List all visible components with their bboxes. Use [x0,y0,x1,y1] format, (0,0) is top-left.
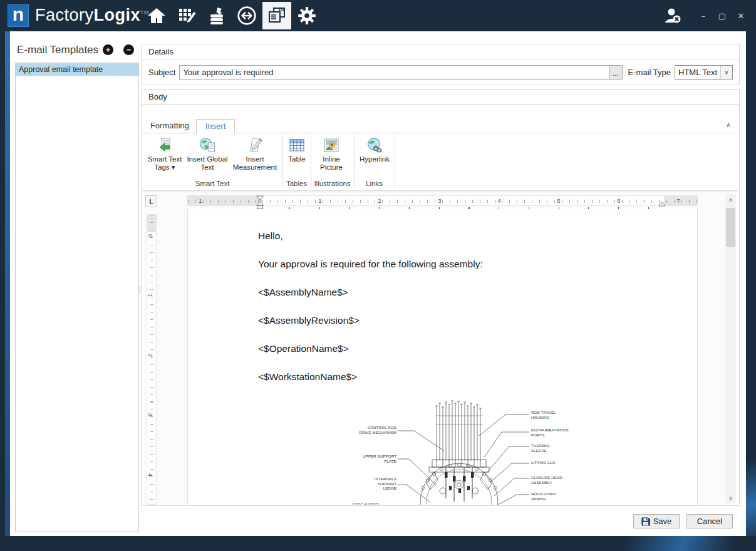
details-groupbox: Details Subject ... E-mail Type HTML Tex… [141,44,740,85]
list-item-approval-template[interactable]: Approval email template [16,63,138,76]
indent-markers[interactable] [256,195,264,210]
paragraph: <$WorkstationName$> [258,371,685,383]
diagram-label: INTERNALS SUPPORT LEDGE [343,477,396,492]
bottom-frame [0,536,756,551]
subject-input[interactable] [179,65,609,80]
ribbon-group-smart-text: Smart Text [142,180,282,187]
horizontal-ruler[interactable]: 1 0 1 2 3 4 5 6 7 [187,195,698,206]
close-button[interactable]: ✕ [735,11,747,21]
diagram-label: LIFTING LUG [531,461,566,466]
ribbon-group-tables: Tables [282,180,311,187]
ruler-number: 2 [147,354,154,357]
diagram-label: CONTROL ROD DRIVE MECHANISM [343,426,396,435]
scrollbar-thumb[interactable] [726,208,735,247]
ruler-number: 1 [147,294,154,297]
diagram-label: CLOSURE HEAD ASSEMBLY [531,476,566,485]
nav-production[interactable] [172,2,201,29]
main-content: E-mail Templates + − Approval email temp… [10,31,746,536]
paragraph: Your approval is required for the follow… [258,258,685,270]
table-icon [289,137,305,153]
rich-text-editor: L 1 0 1 2 3 4 5 6 7 [143,192,737,505]
titlebar: n FactoryLogixTM [0,0,756,31]
smart-text-tags-button[interactable]: Smart Text Tags ▾ [146,135,184,186]
table-button[interactable]: Table [285,135,309,186]
diagram-label: CORE BARREL [326,503,380,505]
ruler-number: 2 [378,197,381,204]
gear-icon [296,5,318,26]
ruler-number: 7 [676,197,680,204]
grid-pencil-icon [177,6,197,26]
insert-measurement-button[interactable]: Insert Measurement [230,135,280,186]
circle-arrows-icon [236,5,257,26]
right-indent-marker[interactable] [658,201,666,207]
main-nav [142,0,322,31]
cancel-label: Cancel [697,517,722,526]
sidebar-title: E-mail Templates [17,44,98,56]
app-logo: n [8,4,29,27]
cancel-button[interactable]: Cancel [686,514,733,528]
stacked-materials-icon [207,6,227,26]
add-template-button[interactable]: + [103,44,113,55]
body-header: Body [142,90,739,105]
insert-global-text-button[interactable]: Insert Global Text [187,135,228,186]
inline-picture-button[interactable]: Inline Picture [313,135,350,186]
logo-letter: n [13,6,24,23]
vertical-scrollbar[interactable]: ∧ ∨ [725,194,736,503]
maximize-button[interactable]: ▢ [716,11,728,21]
minimize-button[interactable]: – [697,11,710,21]
home-icon [147,6,167,26]
remove-template-button[interactable]: − [123,44,134,55]
document-page[interactable]: Hello, Your approval is required for the… [187,209,698,505]
ribbon-group-links: Links [354,180,395,187]
titlebar-right: – ▢ ✕ [662,0,747,31]
right-accent-strip [745,438,756,551]
templates-icon [267,6,287,26]
paragraph: <$OperationName$> [258,342,685,355]
ribbon-group-illustrations: Illustrations [311,180,354,187]
subject-browse-button[interactable]: ... [609,65,623,80]
ribbon-collapse-chevron[interactable]: ∧ [726,121,731,129]
ruler-number: 1 [199,197,202,204]
logout-user-button[interactable] [662,6,683,25]
reactor-diagram-image: CONTROL ROD DRIVE MECHANISM UPPER SUPPOR… [343,397,563,505]
scroll-up-arrow[interactable]: ∧ [725,194,736,205]
nav-home[interactable] [142,2,171,29]
ruler-number: 3 [147,413,154,416]
body-groupbox: Body Formatting Insert ∧ Smart Text Tags… [141,89,740,506]
inline-picture-icon [323,137,339,153]
template-list: Approval email template [15,63,139,532]
brand-name: FactoryLogixTM [35,6,149,25]
insert-measurement-icon [247,137,263,153]
diagram-label: INSTRUMENTATION PORTS [531,428,566,438]
document-body: Hello, Your approval is required for the… [188,209,697,383]
email-type-dropdown[interactable]: HTML Text ∨ [675,65,733,80]
ruler-number: 5 [557,197,560,204]
chevron-down-icon: ∨ [720,66,732,79]
diagram-label: THERMAL SLEEVE [531,444,566,453]
nav-npi[interactable] [232,2,261,29]
hyperlink-button[interactable]: Hyperlink [356,135,393,186]
tab-stop-selector[interactable]: L [145,195,157,207]
email-type-value: HTML Text [675,68,720,77]
floppy-disk-icon [641,517,650,526]
ruler-number: 6 [617,197,620,204]
diagram-label: HOLD-DOWN SPRING [531,492,566,502]
ruler-number: 1 [318,197,321,204]
tab-formatting[interactable]: Formatting [148,119,191,133]
left-accent-strip [5,31,10,536]
nav-materials[interactable] [202,2,231,29]
subject-label: Subject [148,68,175,77]
smart-text-tags-icon [157,137,173,153]
tab-insert[interactable]: Insert [196,119,235,134]
details-header: Details [142,44,739,59]
save-button[interactable]: Save [633,514,680,528]
ribbon: Smart Text Tags ▾ Insert Global Text [142,133,738,191]
vertical-ruler[interactable]: 0 1 2 3 4 [147,214,157,505]
nav-settings[interactable] [293,2,321,29]
nav-templates-selected[interactable] [262,2,291,29]
ruler-number: 3 [438,197,441,204]
paragraph: <$AssemblyName$> [258,286,685,299]
ribbon-separator [395,135,395,188]
save-label: Save [653,517,672,526]
scroll-down-arrow[interactable]: ∨ [725,493,736,503]
